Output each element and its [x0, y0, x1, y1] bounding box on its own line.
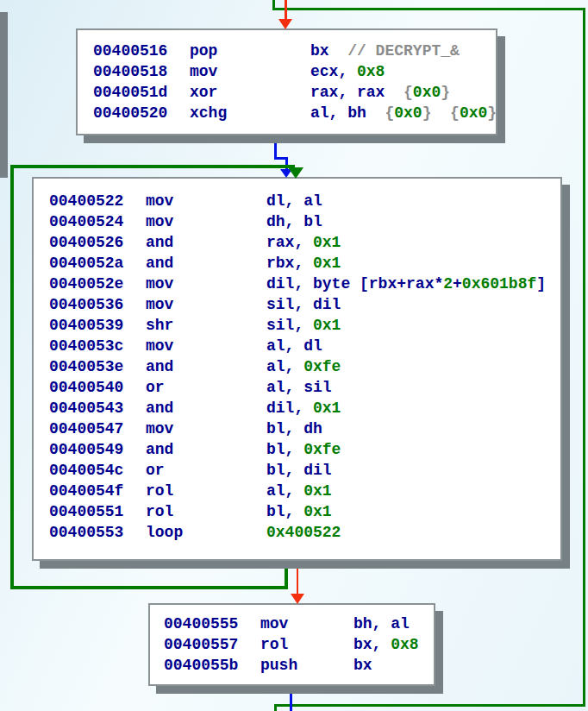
asm-address: 0040051d [93, 82, 190, 103]
asm-operands: rbx, 0x1 [266, 255, 341, 272]
asm-mnemonic: rol [146, 481, 266, 501]
edge-bypass-bottom-run [274, 704, 585, 707]
asm-line[interactable]: 00400524movdh, bl [49, 211, 560, 232]
asm-address: 0040054c [49, 460, 146, 481]
asm-line[interactable]: 0040054frolal, 0x1 [49, 481, 560, 501]
asm-address: 00400522 [49, 191, 146, 211]
basic-block-00400516[interactable]: 00400516popbx // DECRYPT_&00400518movecx… [76, 28, 497, 135]
edge-loop-exit-arrowhead [291, 594, 304, 604]
edge-bypass-bottom-stub [274, 704, 277, 711]
block-code: 00400522movdl, al00400524movdh, bl004005… [49, 191, 560, 543]
asm-address: 0040054f [49, 481, 146, 501]
graph-canvas[interactable]: 00400516popbx // DECRYPT_&00400518movecx… [0, 0, 588, 711]
edge-exit-line [290, 688, 292, 711]
asm-operands: dil, byte [rbx+rax*2+0x601b8f] [266, 275, 546, 293]
asm-line[interactable]: 00400516popbx // DECRYPT_& [93, 41, 496, 61]
asm-operands: ecx, 0x8 [310, 63, 385, 80]
asm-line[interactable]: 00400557rolbx, 0x8 [164, 634, 434, 655]
edge-bypass-top-run [272, 8, 585, 10]
asm-mnemonic: or [146, 377, 266, 398]
asm-line[interactable]: 00400518movecx, 0x8 [93, 61, 496, 82]
asm-operands: dl, al [266, 192, 322, 210]
asm-line[interactable]: 00400555movbh, al [164, 613, 434, 634]
asm-mnemonic: mov [190, 61, 310, 82]
asm-line[interactable]: 00400551rolbl, 0x1 [49, 501, 560, 522]
asm-mnemonic: and [146, 253, 266, 274]
asm-line[interactable]: 0040053cmoval, dl [49, 336, 560, 356]
asm-line[interactable]: 0040053eandal, 0xfe [49, 356, 560, 377]
asm-mnemonic: rol [146, 501, 266, 522]
asm-mnemonic: mov [146, 191, 266, 211]
basic-block-00400555[interactable]: 00400555movbh, al00400557rolbx, 0x800400… [148, 603, 435, 686]
asm-line[interactable]: 00400543anddil, 0x1 [49, 398, 560, 418]
asm-operands: bx, 0x8 [353, 636, 419, 653]
offscreen-node-fragment [0, 12, 8, 178]
edge-loop-exit-line [297, 561, 298, 595]
asm-address: 00400540 [49, 377, 146, 398]
asm-address: 00400549 [49, 439, 146, 460]
asm-address: 00400524 [49, 211, 146, 232]
block-code: 00400555movbh, al00400557rolbx, 0x800400… [164, 613, 434, 676]
asm-line[interactable]: 00400549andbl, 0xfe [49, 439, 560, 460]
asm-mnemonic: mov [260, 613, 353, 634]
asm-address: 0040053c [49, 336, 146, 356]
asm-line[interactable]: 00400539shrsil, 0x1 [49, 315, 560, 336]
edge-loop-top-run [10, 165, 295, 168]
asm-mnemonic: shr [146, 315, 266, 336]
asm-operands: al, 0x1 [266, 482, 332, 500]
asm-operands: al, sil [266, 379, 332, 396]
asm-line[interactable]: 0040055bpushbx [164, 655, 434, 676]
asm-line[interactable]: 00400553loop0x400522 [49, 522, 560, 543]
asm-operands: rax, 0x1 [266, 234, 341, 251]
asm-address: 00400543 [49, 398, 146, 418]
asm-address: 00400536 [49, 294, 146, 315]
asm-line[interactable]: 0040054corbl, dil [49, 460, 560, 481]
asm-address: 00400557 [164, 634, 260, 655]
edge-loop-bottom-run [10, 586, 288, 589]
asm-address: 00400551 [49, 501, 146, 522]
asm-mnemonic: rol [260, 634, 353, 655]
edge-loop-left-run [10, 165, 14, 589]
asm-mnemonic: mov [146, 336, 266, 356]
asm-mnemonic: mov [146, 418, 266, 439]
asm-address: 00400520 [93, 103, 190, 123]
asm-mnemonic: xchg [190, 103, 310, 123]
asm-line[interactable]: 0040051dxorrax, rax {0x0} [93, 82, 496, 103]
asm-address: 0040053e [49, 356, 146, 377]
asm-address: 00400516 [93, 41, 190, 61]
asm-mnemonic: and [146, 398, 266, 418]
asm-operands: sil, 0x1 [266, 317, 341, 334]
asm-line[interactable]: 00400536movsil, dil [49, 294, 560, 315]
asm-line[interactable]: 0040052aandrbx, 0x1 [49, 253, 560, 274]
edge-loop-arrowhead [288, 167, 303, 179]
asm-line[interactable]: 00400547movbl, dh [49, 418, 560, 439]
asm-operands: al, bh {0x0} {0x0} [310, 104, 497, 122]
asm-line[interactable]: 00400540oral, sil [49, 377, 560, 398]
asm-address: 00400539 [49, 315, 146, 336]
asm-operands: 0x400522 [266, 524, 341, 541]
edge-entry-arrowhead [278, 19, 292, 29]
asm-line[interactable]: 00400520xchgal, bh {0x0} {0x0} [93, 103, 496, 123]
edge-bypass-right-run [583, 8, 585, 707]
asm-operands: bl, 0x1 [266, 503, 332, 520]
asm-mnemonic: and [146, 439, 266, 460]
asm-operands: al, 0xfe [266, 358, 341, 375]
asm-address: 00400526 [49, 232, 146, 253]
asm-mnemonic: mov [146, 274, 266, 294]
asm-line[interactable]: 00400522movdl, al [49, 191, 560, 211]
asm-mnemonic: pop [190, 41, 310, 61]
asm-mnemonic: loop [146, 522, 266, 543]
asm-address: 00400555 [164, 613, 260, 634]
asm-mnemonic: push [260, 655, 353, 676]
asm-operands: al, dl [266, 337, 322, 355]
asm-address: 00400547 [49, 418, 146, 439]
asm-operands: bl, dil [266, 462, 332, 479]
asm-operands: sil, dil [266, 296, 341, 313]
block-code: 00400516popbx // DECRYPT_&00400518movecx… [93, 41, 496, 123]
asm-line[interactable]: 0040052emovdil, byte [rbx+rax*2+0x601b8f… [49, 274, 560, 294]
asm-address: 0040055b [164, 655, 260, 676]
asm-operands: bh, al [353, 615, 410, 632]
basic-block-00400522[interactable]: 00400522movdl, al00400524movdh, bl004005… [32, 177, 562, 561]
asm-address: 00400518 [93, 61, 190, 82]
asm-line[interactable]: 00400526andrax, 0x1 [49, 232, 560, 253]
